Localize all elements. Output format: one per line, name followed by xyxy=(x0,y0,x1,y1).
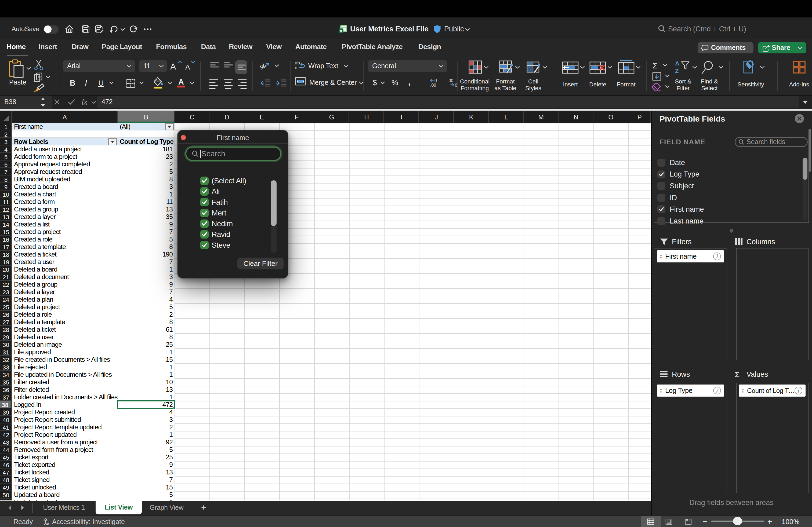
svg-text:A: A xyxy=(675,60,679,67)
svg-text:ab: ab xyxy=(295,60,300,65)
svg-text:0: 0 xyxy=(434,78,437,83)
svg-text:.00: .00 xyxy=(447,78,453,83)
svg-text:x: x xyxy=(340,28,342,33)
svg-text:.00: .00 xyxy=(430,83,436,88)
svg-text:Z: Z xyxy=(675,67,679,74)
svg-text:c: c xyxy=(295,65,297,70)
